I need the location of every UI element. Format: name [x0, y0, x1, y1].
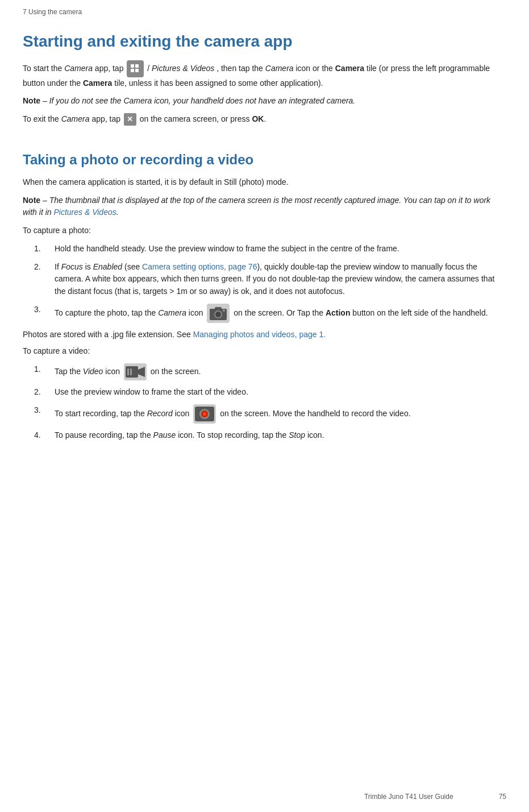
- exit-x-icon: ✕: [124, 113, 136, 126]
- svg-rect-7: [215, 307, 222, 310]
- note2-label: Note: [23, 196, 40, 205]
- para1-mid2: /: [147, 63, 152, 72]
- video-step-1: Tap the Video icon on the screen.: [23, 363, 506, 380]
- video-step-3: To start recording, tap the Record icon …: [23, 404, 506, 424]
- breadcrumb: 7 Using the camera: [23, 5, 506, 22]
- para2-mid: app, tap: [90, 114, 121, 123]
- vstep2-content: Use the preview window to frame the star…: [55, 386, 506, 399]
- svg-marker-10: [138, 367, 145, 377]
- para3-link[interactable]: Managing photos and videos, page 1.: [193, 330, 326, 339]
- vstep4-end: icon.: [305, 430, 324, 440]
- step2-content: If Focus is Enabled (see Camera setting …: [55, 261, 506, 298]
- para2-dot: .: [264, 114, 266, 123]
- app-grid-icon: [127, 60, 144, 77]
- para3-pre: Photos are stored with a .jpg file exten…: [23, 330, 193, 339]
- para1-cam: Camera: [265, 63, 294, 72]
- vstep1-end2: on the screen.: [151, 367, 201, 376]
- step3-end: on the screen. Or Tap the: [234, 308, 326, 317]
- vstep1-video: Video: [83, 367, 103, 376]
- video-step-2: Use the preview window to frame the star…: [23, 386, 506, 399]
- para-jpg: Photos are stored with a .jpg file exten…: [23, 329, 506, 341]
- step2-link[interactable]: Camera setting options, page 76: [142, 262, 257, 271]
- svg-point-8: [223, 309, 225, 312]
- step2-pre: If: [55, 262, 61, 271]
- vstep4-stop: Stop: [289, 430, 305, 440]
- step3-mid: icon: [186, 308, 203, 317]
- svg-rect-11: [127, 368, 129, 375]
- vstep3-end: on the screen. Move the handheld to reco…: [220, 408, 410, 417]
- para1-mid4: icon or the: [294, 63, 335, 72]
- step2-focus: Focus: [61, 262, 83, 271]
- svg-rect-3: [135, 69, 139, 72]
- para1-app: Camera: [64, 63, 93, 72]
- step3-cam: Camera: [158, 308, 186, 317]
- step1-text: Hold the handheld steady. Use the previe…: [55, 244, 399, 253]
- para1-mid3: , then tap the: [214, 63, 265, 72]
- para-default-mode: When the camera application is started, …: [23, 176, 506, 189]
- step1-content: Hold the handheld steady. Use the previe…: [55, 243, 506, 255]
- vstep2-text: Use the preview window to frame the star…: [55, 387, 248, 396]
- video-icon: [124, 363, 147, 380]
- note2: Note – The thumbnail that is displayed a…: [23, 194, 506, 219]
- footer-page: 75: [499, 793, 506, 801]
- vstep4-mid: icon. To stop recording, tap the: [176, 430, 289, 440]
- photo-steps-list: Hold the handheld steady. Use the previe…: [23, 243, 506, 323]
- para1-camtile2: Camera: [83, 78, 112, 88]
- svg-point-16: [203, 412, 206, 416]
- note1: Note – If you do not see the Camera icon…: [23, 95, 506, 107]
- video-steps-list: Tap the Video icon on the screen. Use th…: [23, 363, 506, 441]
- para2-end: on the camera screen, or press: [140, 114, 252, 123]
- para1-end2: tile, unless it has been assigned to som…: [112, 78, 323, 88]
- note1-label: Note: [23, 96, 40, 105]
- para1-mid: app, tap: [93, 63, 124, 72]
- step2-mid2: (see: [122, 262, 142, 271]
- record-icon: [193, 404, 216, 424]
- step2-enabled: Enabled: [93, 262, 122, 271]
- vstep3-mid: icon: [173, 408, 190, 417]
- step3-action: Action: [326, 308, 351, 317]
- svg-point-6: [215, 312, 221, 317]
- svg-rect-0: [131, 64, 134, 68]
- vstep3-content: To start recording, tap the Record icon …: [55, 404, 506, 424]
- vstep4-pre: To pause recording, tap the: [55, 430, 153, 440]
- note2-link[interactable]: Pictures & Videos: [53, 208, 116, 217]
- section2-title: Taking a photo or recording a video: [23, 152, 506, 168]
- vstep4-pause: Pause: [153, 430, 176, 440]
- para2-ok: OK: [252, 114, 264, 123]
- vstep1-content: Tap the Video icon on the screen.: [55, 363, 506, 380]
- photo-step-2: If Focus is Enabled (see Camera setting …: [23, 261, 506, 298]
- video-step-4: To pause recording, tap the Pause icon. …: [23, 429, 506, 442]
- section1-title: Starting and exiting the camera app: [23, 32, 506, 51]
- para1-pre: To start the: [23, 63, 64, 72]
- camera-capture-icon: [207, 304, 230, 323]
- page-footer: Trimble Juno T41 User Guide 75: [364, 793, 506, 801]
- para1-pv: Pictures & Videos: [152, 63, 214, 72]
- svg-rect-2: [131, 69, 134, 72]
- footer-brand: Trimble Juno T41 User Guide: [364, 793, 453, 801]
- para1-camtile: Camera: [335, 63, 364, 72]
- page-container: 7 Using the camera Starting and exiting …: [0, 0, 529, 481]
- para-capture-photo: To capture a photo:: [23, 225, 506, 237]
- step3-end2: button on the left side of the handheld.: [350, 308, 488, 317]
- step3-pre: To capture the photo, tap the: [55, 308, 158, 317]
- vstep3-rec: Record: [147, 408, 173, 417]
- step2-mid: is: [83, 262, 93, 271]
- para2-pre: To exit the: [23, 114, 61, 123]
- vstep1-end: icon: [103, 367, 120, 376]
- photo-step-3: To capture the photo, tap the Camera ico…: [23, 304, 506, 323]
- note2-end: .: [116, 208, 119, 217]
- svg-rect-12: [130, 368, 132, 375]
- vstep1-pre: Tap the: [55, 367, 83, 376]
- photo-step-1: Hold the handheld steady. Use the previe…: [23, 243, 506, 255]
- vstep4-content: To pause recording, tap the Pause icon. …: [55, 429, 506, 442]
- para-exit-camera: To exit the Camera app, tap ✕ on the cam…: [23, 113, 506, 126]
- svg-rect-1: [135, 64, 139, 68]
- para-start-camera: To start the Camera app, tap / Pictures …: [23, 60, 506, 90]
- para-capture-video: To capture a video:: [23, 345, 506, 358]
- note1-text: – If you do not see the Camera icon, you…: [40, 96, 355, 105]
- para2-app: Camera: [61, 114, 90, 123]
- vstep3-pre: To start recording, tap the: [55, 408, 147, 417]
- step3-content: To capture the photo, tap the Camera ico…: [55, 304, 506, 323]
